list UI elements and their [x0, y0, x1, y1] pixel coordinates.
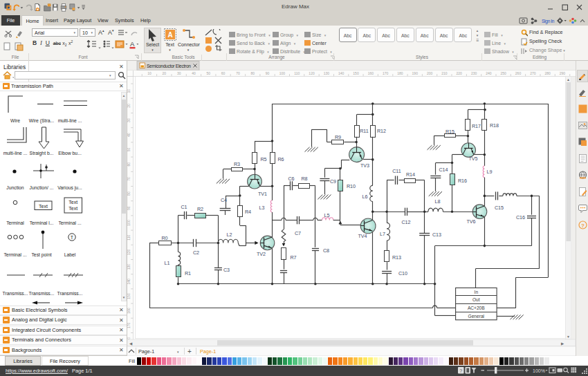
svg-text:260: 260: [515, 71, 522, 75]
svg-text:190: 190: [412, 71, 419, 75]
svg-text:230: 230: [471, 71, 477, 75]
svg-text:L9: L9: [487, 169, 493, 175]
svg-text:100: 100: [279, 71, 286, 75]
svg-text:C10: C10: [398, 270, 407, 276]
svg-text:290: 290: [560, 71, 566, 75]
svg-text:R10: R10: [347, 183, 356, 189]
svg-text:80: 80: [127, 191, 131, 196]
svg-text:130: 130: [324, 71, 330, 75]
svg-text:R5: R5: [260, 156, 266, 162]
svg-text:L7: L7: [380, 231, 385, 237]
svg-text:TV1: TV1: [258, 191, 267, 197]
svg-text:C2: C2: [193, 250, 199, 256]
svg-text:110: 110: [294, 71, 300, 75]
svg-text:180: 180: [397, 71, 403, 75]
svg-text:R9: R9: [335, 134, 341, 140]
svg-text:C7: C7: [295, 230, 301, 236]
svg-text:30: 30: [127, 118, 131, 122]
svg-text:70: 70: [236, 71, 240, 75]
svg-text:TV4: TV4: [358, 233, 367, 239]
svg-text:R17: R17: [472, 123, 481, 129]
svg-text:R1: R1: [185, 270, 191, 276]
svg-text:R11: R11: [360, 128, 369, 134]
svg-text:150: 150: [353, 71, 359, 75]
svg-text:20: 20: [163, 71, 167, 75]
svg-text:60: 60: [127, 162, 131, 167]
svg-text:R6: R6: [277, 156, 284, 162]
svg-text:10: 10: [147, 71, 151, 75]
svg-text:10: 10: [127, 89, 131, 93]
svg-text:150: 150: [127, 293, 131, 299]
svg-text:R14: R14: [406, 171, 415, 178]
svg-text:C9: C9: [330, 178, 336, 185]
svg-text:C8: C8: [323, 247, 329, 254]
svg-text:Page-1: Page-1: [138, 348, 154, 355]
svg-text:Semiconductor Electron: Semiconductor Electron: [147, 64, 191, 68]
svg-text:R0: R0: [161, 235, 167, 241]
svg-text:TV6: TV6: [466, 218, 475, 225]
svg-text:?: ?: [459, 368, 462, 373]
svg-text:C1: C1: [181, 204, 187, 210]
svg-text:TV5: TV5: [468, 156, 477, 162]
svg-text:80: 80: [250, 71, 255, 75]
svg-text:100%: 100%: [533, 368, 545, 373]
svg-text:110: 110: [127, 235, 131, 241]
svg-text:20: 20: [127, 104, 131, 108]
svg-text:TV2: TV2: [257, 251, 266, 257]
svg-text:90: 90: [127, 206, 131, 210]
svg-text:R4: R4: [245, 209, 251, 215]
svg-text:30: 30: [177, 71, 181, 75]
svg-text:R16: R16: [458, 178, 467, 184]
svg-text:C14: C14: [439, 167, 448, 173]
svg-text:100: 100: [127, 220, 131, 226]
svg-text:250: 250: [501, 71, 507, 75]
svg-text:General: General: [468, 314, 485, 319]
svg-text:+: +: [187, 348, 192, 355]
svg-text:280: 280: [544, 71, 551, 75]
svg-text:50: 50: [207, 71, 211, 75]
svg-text:?: ?: [581, 223, 585, 229]
svg-text:C16: C16: [516, 214, 525, 220]
svg-text:In: In: [475, 290, 479, 294]
svg-text:50: 50: [127, 148, 131, 152]
svg-text:R8: R8: [301, 176, 307, 182]
svg-text:160: 160: [368, 71, 374, 75]
svg-text:▼: ▼: [567, 335, 570, 339]
svg-text:90: 90: [266, 71, 270, 75]
svg-text:40: 40: [192, 71, 196, 75]
svg-text:170: 170: [383, 71, 389, 75]
svg-text:C4: C4: [221, 197, 227, 203]
svg-text:C3: C3: [223, 267, 230, 273]
svg-text:TV3: TV3: [360, 162, 369, 169]
svg-text:L6: L6: [362, 194, 368, 200]
svg-text:C15: C15: [495, 205, 504, 211]
svg-text:140: 140: [127, 279, 131, 285]
svg-text:Out: Out: [472, 297, 480, 302]
svg-text:L5: L5: [324, 212, 330, 218]
svg-text:60: 60: [221, 71, 226, 75]
svg-text:270: 270: [530, 71, 536, 75]
svg-text:210: 210: [441, 71, 448, 75]
svg-text:C6: C6: [288, 176, 294, 182]
svg-text:R18: R18: [490, 122, 499, 129]
svg-text:160: 160: [127, 308, 131, 314]
svg-text:R13: R13: [392, 254, 401, 261]
svg-text:L2: L2: [227, 232, 232, 238]
svg-text:AC+20B: AC+20B: [468, 306, 485, 310]
svg-text:R12: R12: [377, 128, 386, 134]
svg-text:70: 70: [127, 177, 131, 181]
svg-text:C11: C11: [392, 168, 401, 174]
svg-text:C12: C12: [401, 219, 410, 225]
svg-text:R7: R7: [290, 254, 296, 261]
svg-text:120: 120: [127, 250, 131, 256]
svg-text:R15: R15: [445, 129, 454, 135]
svg-text:Page-1: Page-1: [200, 348, 216, 355]
svg-text:40: 40: [127, 133, 131, 137]
svg-text:C13: C13: [432, 232, 441, 238]
svg-text:R2: R2: [197, 206, 203, 212]
svg-text:200: 200: [427, 71, 433, 75]
svg-text:R3: R3: [234, 161, 240, 167]
svg-text:120: 120: [309, 71, 315, 75]
svg-text:240: 240: [486, 71, 492, 75]
svg-text:220: 220: [457, 71, 463, 75]
